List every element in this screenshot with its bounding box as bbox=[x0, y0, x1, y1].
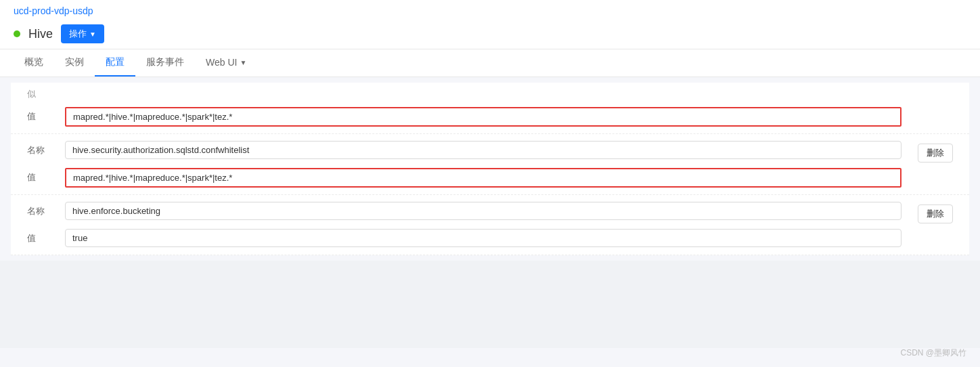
action-col-3b bbox=[912, 229, 953, 230]
config-row-2: 名称 删除 值 bbox=[11, 134, 969, 195]
nav-tabs: 概览 实例 配置 服务事件 Web UI ▼ bbox=[0, 49, 980, 77]
label-value-1: 值 bbox=[27, 107, 54, 126]
status-dot bbox=[14, 30, 20, 37]
tab-event[interactable]: 服务事件 bbox=[135, 49, 195, 77]
delete-button-2[interactable]: 删除 bbox=[918, 144, 953, 163]
config-name-input-3[interactable] bbox=[65, 202, 901, 220]
config-value-input-3[interactable] bbox=[65, 229, 901, 247]
input-wrap-value-2 bbox=[65, 168, 901, 188]
action-col-1 bbox=[912, 107, 953, 108]
input-wrap-name-3 bbox=[65, 202, 901, 220]
label-name-2: 名称 bbox=[27, 141, 54, 160]
label-value-2: 值 bbox=[27, 168, 54, 187]
config-row-1: 值 bbox=[11, 100, 969, 134]
tab-overview[interactable]: 概览 bbox=[14, 49, 54, 77]
action-col-3: 删除 bbox=[912, 202, 953, 223]
chevron-down-icon: ▼ bbox=[89, 30, 96, 38]
config-value-input-2[interactable] bbox=[65, 168, 901, 188]
config-name-input-2[interactable] bbox=[65, 141, 901, 159]
tab-config[interactable]: 配置 bbox=[95, 49, 135, 77]
config-row-3: 名称 删除 值 bbox=[11, 195, 969, 255]
input-wrap-name-2 bbox=[65, 141, 901, 159]
breadcrumb[interactable]: ucd-prod-vdp-usdp bbox=[14, 0, 966, 19]
action-col-2: 删除 bbox=[912, 141, 953, 163]
config-value-input-1[interactable] bbox=[65, 107, 901, 127]
action-col-2b bbox=[912, 168, 953, 169]
label-value-3: 值 bbox=[27, 229, 54, 248]
input-wrap-1 bbox=[65, 107, 901, 127]
input-wrap-value-3 bbox=[65, 229, 901, 247]
tab-webui[interactable]: Web UI ▼ bbox=[195, 49, 257, 77]
action-button[interactable]: 操作 ▼ bbox=[61, 24, 104, 43]
tab-instance[interactable]: 实例 bbox=[54, 49, 95, 77]
service-name: Hive bbox=[28, 27, 53, 41]
action-label: 操作 bbox=[69, 28, 87, 40]
label-name-3: 名称 bbox=[27, 202, 54, 221]
delete-button-3[interactable]: 删除 bbox=[918, 204, 953, 223]
webui-chevron-icon: ▼ bbox=[240, 59, 246, 66]
config-partial-header: 似 bbox=[11, 83, 969, 100]
